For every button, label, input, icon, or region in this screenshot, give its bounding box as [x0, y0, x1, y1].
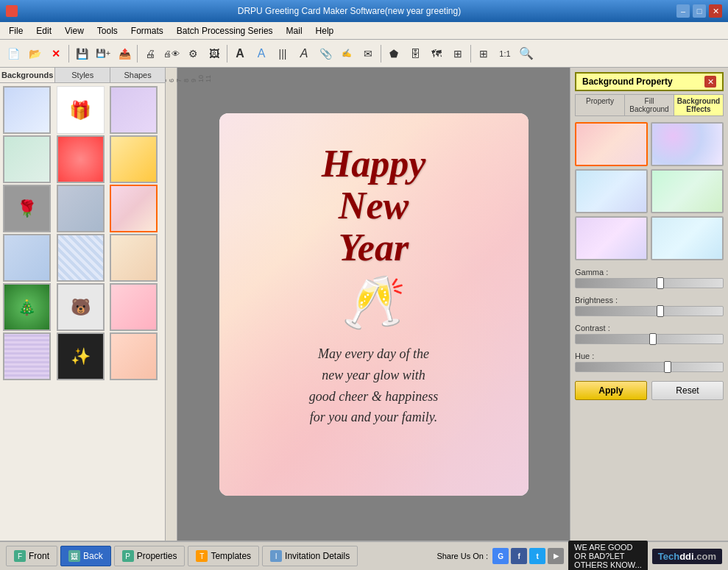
ruler-vertical: 1234567891011 [166, 68, 177, 541]
brightness-thumb[interactable] [657, 305, 664, 317]
templates-label: Templates [211, 551, 251, 561]
invitation-icon: I [270, 550, 282, 562]
contrast-thumb[interactable] [649, 333, 657, 345]
bg-thumb-2[interactable]: 🎁 [57, 86, 105, 134]
window-controls: – □ ✕ [676, 4, 722, 18]
twitter-icon[interactable]: t [529, 548, 545, 564]
brightness-track[interactable] [575, 306, 724, 316]
tb-shapes[interactable]: ⬟ [384, 43, 404, 64]
bg-thumb-16[interactable] [3, 332, 51, 380]
back-icon: 🖼 [68, 550, 80, 562]
hue-thumb[interactable] [664, 361, 671, 373]
bottom-tab-front[interactable]: F Front [6, 546, 57, 566]
tb-save[interactable]: 💾 [71, 43, 92, 64]
bg-thumb-5[interactable] [57, 135, 105, 183]
tab-backgrounds[interactable]: Backgrounds [0, 68, 55, 82]
apply-button[interactable]: Apply [575, 381, 647, 400]
bg-property-close[interactable]: ✕ [704, 76, 716, 88]
tb-db[interactable]: 🗄 [405, 43, 425, 64]
tb-export[interactable]: 📤 [114, 43, 135, 64]
tb-zoom-in[interactable]: 🔍 [516, 43, 537, 64]
tb-signature[interactable]: ✍ [336, 43, 357, 64]
canvas-area: 1234567891011 Happy New Year 🥂 May every… [166, 68, 570, 541]
bg-thumb-8[interactable] [57, 185, 105, 232]
hue-track[interactable] [575, 362, 724, 372]
effect-thumb-6[interactable] [651, 216, 724, 260]
bg-thumb-9[interactable] [110, 185, 158, 232]
tb-open[interactable]: 📂 [24, 43, 45, 64]
menu-batch[interactable]: Batch Processing Series [171, 24, 279, 38]
tab-styles[interactable]: Styles [55, 68, 110, 82]
tb-print[interactable]: 🖨 [140, 43, 160, 64]
tb-qr[interactable]: ⊞ [448, 43, 468, 64]
tb-ruler[interactable]: 1:1 [495, 43, 515, 64]
bg-thumb-15[interactable] [110, 283, 158, 331]
bg-scroll[interactable]: 🎁 🌹 🎄 🐻 ✨ [0, 83, 165, 541]
tb-printsetup[interactable]: ⚙ [183, 43, 203, 64]
bg-thumb-18[interactable] [110, 332, 158, 380]
tb-email[interactable]: ✉ [358, 43, 378, 64]
bg-thumb-13[interactable]: 🎄 [3, 283, 51, 331]
more-social-icon[interactable]: ▶ [548, 548, 564, 564]
tb-new[interactable]: 📄 [3, 43, 24, 64]
bottom-tab-properties[interactable]: P Properties [114, 546, 185, 566]
menu-formats[interactable]: Formats [125, 24, 169, 38]
bg-thumb-11[interactable] [57, 234, 105, 282]
menu-tools[interactable]: Tools [91, 24, 124, 38]
gamma-thumb[interactable] [657, 277, 664, 289]
right-tab-effects[interactable]: Background Effects [674, 95, 723, 115]
right-tab-property[interactable]: Property [576, 95, 625, 115]
effect-thumb-2[interactable] [651, 122, 724, 166]
right-tab-fill[interactable]: Fill Background [625, 95, 674, 115]
tb-barcode[interactable]: ||| [272, 43, 293, 64]
bg-property-header: Background Property ✕ [575, 72, 724, 91]
facebook-icon[interactable]: f [511, 548, 527, 564]
minimize-button[interactable]: – [676, 4, 690, 18]
close-button[interactable]: ✕ [709, 4, 722, 18]
bg-thumb-17[interactable]: ✨ [57, 332, 105, 380]
maximize-button[interactable]: □ [693, 4, 706, 18]
gamma-track[interactable] [575, 278, 724, 288]
bg-thumb-1[interactable] [3, 86, 51, 134]
contrast-label: Contrast : [575, 324, 724, 332]
bg-thumb-4[interactable] [3, 135, 51, 183]
menu-mail[interactable]: Mail [280, 24, 308, 38]
tb-printpreview[interactable]: 🖨👁 [161, 43, 182, 64]
card-title-line2: New [339, 185, 409, 227]
menu-file[interactable]: File [3, 24, 29, 38]
tb-wordart[interactable]: A [251, 43, 272, 64]
tb-text[interactable]: A [230, 43, 250, 64]
google-icon[interactable]: G [492, 548, 509, 564]
effect-thumb-4[interactable] [651, 169, 724, 213]
menu-help[interactable]: Help [310, 24, 340, 38]
greeting-card: Happy New Year 🥂 May every day of thenew… [219, 113, 529, 496]
tb-close[interactable]: ✕ [46, 43, 66, 64]
bg-thumb-3[interactable] [110, 86, 158, 134]
bg-thumb-10[interactable] [3, 234, 51, 282]
left-tab-bar: Backgrounds Styles Shapes [0, 68, 165, 83]
tb-image[interactable]: 🖼 [204, 43, 225, 64]
tb-sep4 [381, 45, 381, 63]
menu-edit[interactable]: Edit [30, 24, 57, 38]
effect-thumb-5[interactable] [575, 216, 648, 260]
tb-textart[interactable]: A [294, 43, 314, 64]
tb-map[interactable]: 🗺 [426, 43, 447, 64]
tb-clip[interactable]: 📎 [315, 43, 336, 64]
bottom-tab-invitation[interactable]: I Invitation Details [262, 546, 358, 566]
effect-thumb-3[interactable] [575, 169, 648, 213]
contrast-track[interactable] [575, 334, 724, 344]
menu-view[interactable]: View [59, 24, 90, 38]
bottom-tab-back[interactable]: 🖼 Back [60, 546, 111, 566]
effect-thumb-1[interactable] [575, 122, 648, 166]
bg-thumb-6[interactable] [110, 135, 158, 183]
tb-saveas[interactable]: 💾+ [93, 43, 113, 64]
reset-button[interactable]: Reset [651, 381, 724, 400]
tab-shapes[interactable]: Shapes [110, 68, 165, 82]
bg-thumb-7[interactable]: 🌹 [3, 185, 51, 232]
bottom-tab-templates[interactable]: T Templates [188, 546, 259, 566]
tb-grid[interactable]: ⊞ [473, 43, 494, 64]
bg-thumb-14[interactable]: 🐻 [57, 283, 105, 331]
hue-section: Hue : [575, 352, 724, 372]
techddi-badge: WE ARE GOODOR BAD?LETOTHERS KNOW... [568, 541, 648, 570]
bg-thumb-12[interactable] [110, 234, 158, 282]
